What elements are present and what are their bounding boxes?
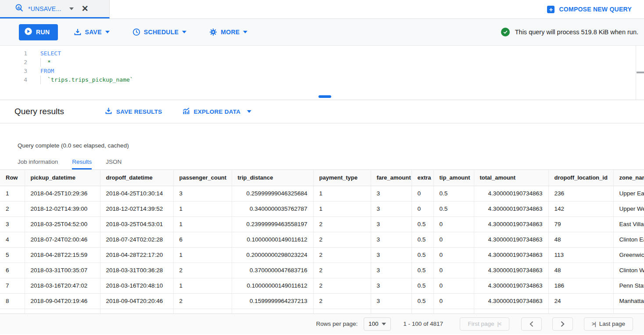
tab-job-information[interactable]: Job information xyxy=(18,158,58,169)
splitter-drag-handle[interactable] xyxy=(318,95,331,98)
compose-new-query-button[interactable]: + COMPOSE NEW QUERY xyxy=(547,0,632,18)
cell-trip_distance: 0.23999999463558197 xyxy=(232,216,313,232)
compose-new-query-label: COMPOSE NEW QUERY xyxy=(559,6,632,13)
cell-zone_name: Clinton West xyxy=(613,263,644,278)
run-label: RUN xyxy=(36,29,50,36)
cell-pickup_datetime: 2018-03-25T04:52:00 xyxy=(25,216,100,232)
table-row: 42018-07-24T02:00:462018-07-24T02:02:286… xyxy=(0,232,644,247)
cell-extra: 0 xyxy=(411,186,433,201)
run-button[interactable]: RUN xyxy=(19,24,58,40)
more-label: MORE xyxy=(221,29,240,36)
cell-total_amount: 4.300000190734863 xyxy=(474,293,548,309)
next-page-button[interactable] xyxy=(552,317,573,331)
cell-zone_name: Manhattan Valley xyxy=(613,293,644,309)
code-text: FROM xyxy=(40,67,54,76)
line-number: 1 xyxy=(0,49,27,58)
cell-total_amount: 4.300000190734863 xyxy=(474,186,548,201)
chevron-right-icon xyxy=(561,321,565,327)
cell-clipped xyxy=(232,309,313,313)
cell-payment_type: 2 xyxy=(313,247,371,263)
code-line: 2 * xyxy=(0,58,644,67)
column-header-total_amount: total_amount xyxy=(474,170,548,186)
cell-fare_amount: 3 xyxy=(371,201,411,216)
cell-passenger_count: 3 xyxy=(173,186,232,201)
results-table: Rowpickup_datetimedropoff_datetimepassen… xyxy=(0,170,644,314)
query-magnifier-icon xyxy=(15,4,24,14)
tab-title: *UNSAVE... xyxy=(28,5,61,12)
cell-passenger_count: 2 xyxy=(173,293,232,309)
cell-extra: 0.5 xyxy=(411,263,433,278)
cell-dropoff_location_id: 48 xyxy=(548,232,613,247)
save-results-label: SAVE RESULTS xyxy=(116,108,162,115)
cell-dropoff_location_id: 236 xyxy=(548,186,613,201)
query-tab[interactable]: *UNSAVE... ✕ xyxy=(0,0,110,18)
results-tab-bar: Job information Results JSON xyxy=(18,158,644,169)
cell-row: 6 xyxy=(0,263,25,278)
query-complete-status: Query complete (0.0 sec elapsed, cached) xyxy=(18,123,644,149)
explore-data-button[interactable]: EXPLORE DATA xyxy=(182,107,252,116)
code-line: 4 `trips.trips_pickup_name` xyxy=(0,76,644,84)
tab-strip: *UNSAVE... ✕ + COMPOSE NEW QUERY xyxy=(0,0,644,19)
last-page-label: Last page xyxy=(599,321,625,327)
column-header-passenger_count: passenger_count xyxy=(173,170,232,186)
query-results-title: Query results xyxy=(14,107,64,116)
cell-payment_type: 1 xyxy=(313,201,371,216)
column-header-trip_distance: trip_distance xyxy=(232,170,313,186)
save-button[interactable]: SAVE xyxy=(74,28,110,36)
editor-scrollbar-thumb[interactable] xyxy=(637,72,644,73)
sql-editor[interactable]: 1 SELECT 2 * 3 FROM 4 `trips.trips_picku… xyxy=(0,46,644,100)
previous-page-button[interactable] xyxy=(521,317,542,331)
cell-fare_amount: 3 xyxy=(371,216,411,232)
cell-dropoff_datetime: 2018-03-25T04:53:01 xyxy=(100,216,173,232)
schedule-button[interactable]: SCHEDULE xyxy=(132,28,186,36)
cell-dropoff_location_id: 142 xyxy=(548,201,613,216)
cell-clipped xyxy=(100,309,173,313)
cell-pickup_datetime: 2018-07-24T02:00:46 xyxy=(25,232,100,247)
cell-fare_amount: 3 xyxy=(371,247,411,263)
table-row: 32018-03-25T04:52:002018-03-25T04:53:011… xyxy=(0,216,644,232)
cell-payment_type: 2 xyxy=(313,216,371,232)
cell-clipped xyxy=(411,309,433,313)
cell-extra: 0.5 xyxy=(411,232,433,247)
save-results-button[interactable]: SAVE RESULTS xyxy=(105,107,162,116)
more-button[interactable]: MORE xyxy=(209,28,247,36)
cell-tip_amount: 0 xyxy=(433,263,474,278)
save-icon xyxy=(74,28,82,36)
cell-pickup_datetime: 2018-03-16T20:47:02 xyxy=(25,278,100,293)
table-header-row: Rowpickup_datetimedropoff_datetimepassen… xyxy=(0,170,644,186)
cell-fare_amount: 3 xyxy=(371,278,411,293)
last-page-button[interactable]: >| Last page xyxy=(584,317,633,331)
cell-dropoff_datetime: 2018-04-25T10:30:14 xyxy=(100,186,173,201)
first-page-button[interactable]: First page |< xyxy=(460,317,509,331)
tab-results[interactable]: Results xyxy=(72,158,92,169)
cell-payment_type: 1 xyxy=(313,186,371,201)
cell-tip_amount: 0 xyxy=(433,216,474,232)
last-page-icon: >| xyxy=(592,321,596,327)
cell-payment_type: 2 xyxy=(313,278,371,293)
tab-close-icon[interactable]: ✕ xyxy=(82,4,89,13)
cell-clipped xyxy=(433,309,474,313)
column-header-dropoff_location_id: dropoff_location_id xyxy=(548,170,613,186)
more-caret-icon xyxy=(243,31,247,33)
cell-fare_amount: 3 xyxy=(371,232,411,247)
tab-json[interactable]: JSON xyxy=(106,158,122,169)
pagination-bar: Rows per page: 100 1 - 100 of 4817 First… xyxy=(0,314,644,334)
column-header-tip_amount: tip_amount xyxy=(433,170,474,186)
cell-clipped xyxy=(613,309,644,313)
table-row-clipped xyxy=(0,309,644,313)
tab-menu-caret-icon[interactable] xyxy=(69,7,74,10)
table-row: 62018-03-31T00:35:072018-03-31T00:36:282… xyxy=(0,263,644,278)
cell-total_amount: 4.300000190734863 xyxy=(474,232,548,247)
line-number: 3 xyxy=(0,67,27,76)
code-text: SELECT xyxy=(40,49,61,58)
cell-dropoff_location_id: 186 xyxy=(548,278,613,293)
cell-passenger_count: 1 xyxy=(173,216,232,232)
cell-passenger_count: 2 xyxy=(173,263,232,278)
cell-extra: 0.5 xyxy=(411,278,433,293)
cell-tip_amount: 0 xyxy=(433,293,474,309)
cell-dropoff_location_id: 79 xyxy=(548,216,613,232)
cell-trip_distance: 0.3400000035762787 xyxy=(232,201,313,216)
rows-per-page-select[interactable]: 100 xyxy=(364,317,391,331)
play-circle-icon xyxy=(24,27,32,37)
cell-row: 3 xyxy=(0,216,25,232)
